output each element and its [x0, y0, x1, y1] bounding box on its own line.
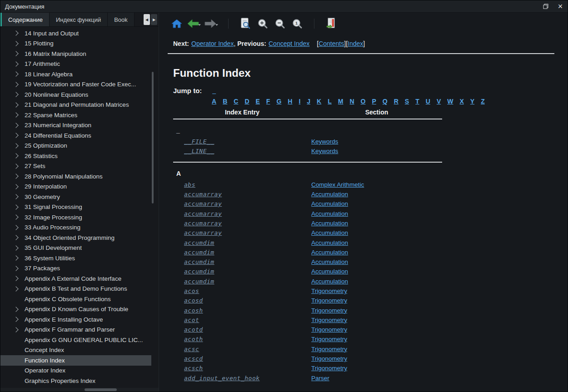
open-in-browser-button[interactable]: [324, 17, 338, 30]
sidebar-item[interactable]: Graphics Properties Index: [0, 376, 151, 386]
jump-letter-link[interactable]: R: [394, 98, 399, 105]
chevron-right-icon[interactable]: [13, 82, 18, 87]
index-entry-link[interactable]: accumarray: [184, 191, 222, 198]
section-link[interactable]: Accumulation: [311, 210, 348, 217]
sidebar-item[interactable]: 15 Plotting: [0, 39, 151, 49]
scroll-tabs-left-button[interactable]: ◀: [144, 14, 150, 25]
jump-letter-link[interactable]: B: [223, 98, 227, 105]
chevron-right-icon[interactable]: [13, 133, 18, 138]
back-history-caret-icon[interactable]: [198, 24, 201, 26]
sidebar-item[interactable]: 36 System Utilities: [0, 253, 151, 263]
index-entry-link[interactable]: acsc: [184, 346, 199, 352]
jump-letter-link[interactable]: A: [212, 98, 216, 105]
jump-letter-link[interactable]: X: [459, 98, 463, 105]
sidebar-item[interactable]: Appendix E Installing Octave: [0, 314, 151, 325]
jump-letter-link[interactable]: Y: [470, 98, 474, 105]
chevron-right-icon[interactable]: [13, 61, 18, 66]
close-window-button[interactable]: ×: [553, 0, 568, 12]
chevron-right-icon[interactable]: [13, 266, 18, 271]
sidebar-item[interactable]: 34 Object Oriented Programming: [0, 233, 151, 243]
chevron-right-icon[interactable]: [13, 215, 18, 220]
section-link[interactable]: Trigonometry: [311, 346, 347, 352]
chevron-right-icon[interactable]: [13, 225, 18, 230]
find-in-page-button[interactable]: [239, 17, 252, 30]
scroll-tabs-right-button[interactable]: ▶: [151, 14, 157, 25]
chevron-right-icon[interactable]: [13, 204, 18, 209]
sidebar-horizontal-scrollbar[interactable]: [0, 388, 159, 392]
chevron-right-icon[interactable]: [13, 164, 18, 169]
section-link[interactable]: Parser: [311, 375, 329, 382]
index-entry-link[interactable]: acsch: [184, 365, 203, 372]
chevron-right-icon[interactable]: [13, 92, 18, 97]
index-entry-link[interactable]: accumdim: [184, 258, 214, 265]
jump-letter-link[interactable]: U: [426, 98, 430, 105]
index-entry-link[interactable]: abs: [184, 181, 195, 188]
index-entry-link[interactable]: accumarray: [184, 210, 222, 217]
home-button[interactable]: [170, 17, 184, 30]
index-link[interactable]: Index: [348, 40, 363, 47]
section-link[interactable]: Accumulation: [311, 278, 348, 285]
index-entry-link[interactable]: accumdim: [184, 249, 214, 256]
jump-letter-link[interactable]: K: [317, 98, 321, 105]
sidebar-item[interactable]: 37 Packages: [0, 263, 151, 274]
section-link[interactable]: Trigonometry: [311, 288, 347, 294]
jump-letter-link[interactable]: C: [234, 98, 238, 105]
jump-letter-link[interactable]: T: [415, 98, 419, 105]
section-link[interactable]: Accumulation: [311, 258, 348, 265]
jump-letter-link[interactable]: W: [447, 98, 453, 105]
section-link[interactable]: Complex Arithmetic: [311, 181, 364, 188]
sidebar-item[interactable]: 27 Sets: [0, 161, 151, 172]
index-entry-link[interactable]: acosd: [184, 297, 203, 304]
sidebar-item[interactable]: Function Index: [0, 355, 151, 366]
index-entry-link[interactable]: acotd: [184, 326, 203, 333]
jump-letter-link[interactable]: F: [266, 98, 270, 105]
horizontal-scrollbar-thumb[interactable]: [85, 388, 117, 391]
jump-letter-link[interactable]: L: [328, 98, 332, 105]
sidebar-item[interactable]: Appendix A External Code Interface: [0, 273, 151, 284]
sidebar-item[interactable]: 25 Optimization: [0, 141, 151, 151]
sidebar-item[interactable]: 31 Signal Processing: [0, 202, 151, 213]
zoom-in-button[interactable]: [256, 17, 269, 30]
jump-letter-link[interactable]: H: [288, 98, 292, 105]
section-link[interactable]: Keywords: [311, 148, 338, 154]
doc-tab[interactable]: Индекс функций: [50, 13, 108, 26]
zoom-original-button[interactable]: 1: [290, 17, 304, 30]
restore-window-button[interactable]: [538, 0, 553, 12]
chevron-right-icon[interactable]: [13, 235, 18, 240]
sidebar-item[interactable]: Appendix C Obsolete Functions: [0, 294, 151, 304]
section-link[interactable]: Accumulation: [311, 200, 348, 207]
index-entry-link[interactable]: add_input_event_hook: [184, 375, 260, 382]
sidebar-item[interactable]: Concept Index: [0, 345, 151, 356]
index-entry-link[interactable]: accumarray: [184, 229, 222, 236]
chevron-right-icon[interactable]: [13, 31, 18, 36]
sidebar-item[interactable]: 23 Numerical Integration: [0, 120, 151, 131]
index-entry-link[interactable]: accumdim: [184, 239, 214, 246]
sidebar-item[interactable]: 16 Matrix Manipulation: [0, 49, 151, 59]
chevron-right-icon[interactable]: [13, 143, 18, 148]
jump-letter-link[interactable]: I: [299, 98, 300, 105]
section-link[interactable]: Trigonometry: [311, 365, 347, 372]
sidebar-item[interactable]: 22 Sparse Matrices: [0, 110, 151, 120]
jump-letter-link[interactable]: D: [244, 98, 249, 105]
jump-letter-link[interactable]: Z: [481, 98, 485, 105]
chevron-right-icon[interactable]: [13, 72, 18, 77]
sidebar-item[interactable]: 18 Linear Algebra: [0, 69, 151, 79]
chevron-right-icon[interactable]: [13, 123, 18, 128]
section-link[interactable]: Accumulation: [311, 249, 348, 256]
jump-letter-link[interactable]: J: [307, 98, 310, 105]
chevron-right-icon[interactable]: [13, 102, 18, 107]
zoom-out-button[interactable]: [273, 17, 287, 30]
next-link[interactable]: Operator Index: [191, 40, 234, 47]
chevron-right-icon[interactable]: [13, 51, 18, 56]
title-bar[interactable]: Документация ×: [0, 0, 568, 13]
jump-letter-link[interactable]: N: [349, 98, 354, 105]
section-link[interactable]: Trigonometry: [311, 297, 347, 304]
section-link[interactable]: Accumulation: [311, 268, 348, 275]
forward-history-caret-icon[interactable]: [215, 24, 218, 26]
jump-letter-link[interactable]: S: [405, 98, 409, 105]
contents-link[interactable]: Contents: [319, 40, 344, 47]
index-entry-link[interactable]: accumdim: [184, 268, 214, 275]
section-link[interactable]: Accumulation: [311, 229, 348, 236]
sidebar-item[interactable]: Appendix D Known Causes of Trouble: [0, 304, 151, 315]
jump-underscore-link[interactable]: _: [212, 87, 216, 94]
